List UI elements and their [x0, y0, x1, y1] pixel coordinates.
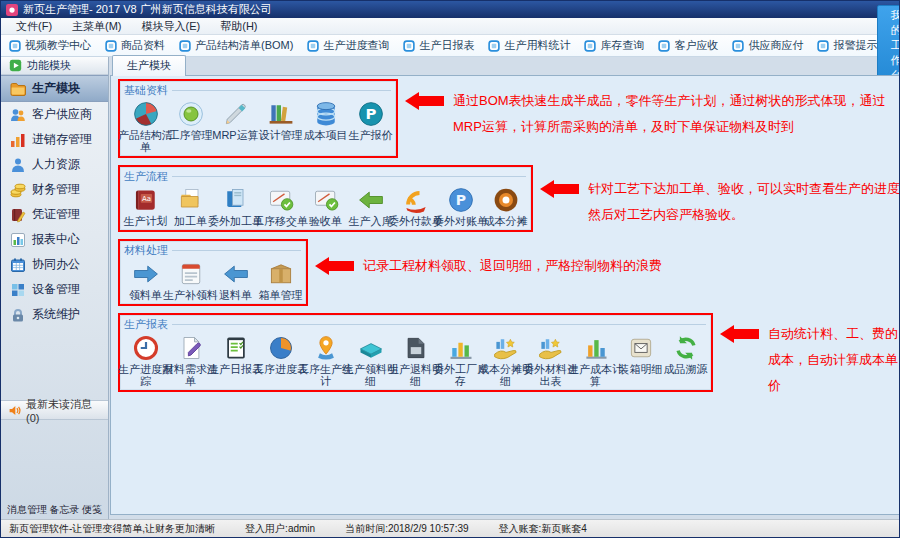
play-icon [9, 59, 22, 72]
report-chart-icon [10, 232, 26, 248]
section-title: 生产报表 [124, 317, 168, 332]
sidebar-item[interactable]: 进销存管理 [1, 127, 108, 152]
sidebar-item[interactable]: 系统维护 [1, 302, 108, 327]
red-arrow-left-icon [315, 257, 354, 275]
feature-item[interactable]: 成本项目 [303, 100, 348, 153]
main-area: 生产模块 基础资料产品结构清单工序管理MRP运算设计管理成本项目P生产报价通过B… [109, 57, 900, 519]
checkbox-icon [488, 40, 500, 52]
menu-item[interactable]: 帮助(H) [211, 18, 266, 35]
status-account: 登入账套:新页账套4 [499, 522, 587, 536]
app-window: 新页生产管理- 2017 V8 广州新页信息科技有限公司 文件(F)主菜单(M)… [0, 0, 900, 538]
toolbar-item[interactable]: 库存查询 [584, 38, 644, 53]
menu-item[interactable]: 文件(F) [7, 18, 61, 35]
annotation-text: 针对工艺下达加工单、验收，可以实时查看生产的进度，然后对工艺内容严格验收。 [588, 176, 900, 228]
window-title: 新页生产管理- 2017 V8 广州新页信息科技有限公司 [23, 2, 272, 17]
section-row: 基础资料产品结构清单工序管理MRP运算设计管理成本项目P生产报价通过BOM表快速… [118, 79, 900, 158]
annotation-text: 记录工程材料领取、退回明细，严格控制物料的浪费 [363, 253, 793, 279]
carton-box-icon [267, 260, 295, 288]
sidebar-item[interactable]: 凭证管理 [1, 202, 108, 227]
toolbar-item-label: 客户应收 [674, 38, 718, 53]
feature-item-label: 成品溯源 [657, 363, 715, 375]
checkbox-icon [658, 40, 670, 52]
annotation: 记录工程材料领取、退回明细，严格控制物料的浪费 [308, 253, 793, 279]
toolbar-item[interactable]: 供应商应付 [732, 38, 803, 53]
content-area: 基础资料产品结构清单工序管理MRP运算设计管理成本项目P生产报价通过BOM表快速… [110, 76, 900, 515]
sidebar-item[interactable]: 人力资源 [1, 152, 108, 177]
toolbar-item[interactable]: 生产用料统计 [488, 38, 570, 53]
feature-item[interactable]: 设计管理 [258, 100, 303, 153]
tab-production-module[interactable]: 生产模块 [112, 55, 186, 76]
progress-clock-icon [132, 334, 160, 362]
section-box: 生产流程Aa生产计划加工单委外加工单工序移交单验收单生产入库委外付款单P委外对账… [118, 165, 533, 232]
office-calendar-icon [10, 257, 26, 273]
feature-item[interactable]: 工序管理 [168, 100, 213, 153]
toolbar-item[interactable]: 商品资料 [105, 38, 165, 53]
sidebar-item[interactable]: 协同办公 [1, 252, 108, 277]
tabstrip: 生产模块 [110, 57, 900, 76]
sidebar-footer-link[interactable]: 消息管理 [7, 503, 47, 517]
sidebar-item[interactable]: 财务管理 [1, 177, 108, 202]
section-title-row: 基础资料 [120, 81, 396, 98]
checkbox-icon [179, 40, 191, 52]
feature-item[interactable]: 成本分摊 [483, 186, 528, 227]
feature-item[interactable]: 成品溯源 [663, 334, 708, 387]
payment-rss-icon [402, 186, 430, 214]
acceptance-form-icon [312, 186, 340, 214]
sidebar-item-label: 客户供应商 [32, 106, 92, 123]
section-title: 基础资料 [124, 83, 168, 98]
process-stat-pin-icon [312, 334, 340, 362]
arrow-head [315, 257, 329, 275]
toolbar-item[interactable]: 生产进度查询 [307, 38, 389, 53]
sidebar-item[interactable]: 报表中心 [1, 227, 108, 252]
sidebar-footer-link[interactable]: 备忘录 [50, 503, 80, 517]
toolbar-item-label: 供应商应付 [748, 38, 803, 53]
cost-share-hand-icon [492, 334, 520, 362]
toolbar-item[interactable]: 生产日报表 [403, 38, 474, 53]
unread-messages-bar[interactable]: 最新未读消息 (0) [1, 400, 108, 420]
toolbar-item[interactable]: 客户应收 [658, 38, 718, 53]
sidebar-item[interactable]: 设备管理 [1, 277, 108, 302]
feature-item[interactable]: MRP运算 [213, 100, 258, 153]
statusbar: 新页管理软件-让管理变得简单,让财务更加清晰 登入用户:admin 当前时间:2… [1, 519, 899, 537]
toolbar-item-label: 库存查询 [600, 38, 644, 53]
equipment-icon [10, 282, 26, 298]
menu-item[interactable]: 模块导入(E) [133, 18, 210, 35]
feature-item[interactable]: P生产报价 [348, 100, 393, 153]
toolbar-item[interactable]: 产品结构清单(BOM) [179, 38, 293, 53]
section-box: 生产报表生产进度跟踪材料需求清单生产日报表工序进度表工序生产统计生产领料明细生产… [118, 313, 713, 392]
arrow-shaft [734, 329, 759, 339]
feature-item[interactable]: 材料需求清单 [168, 334, 213, 387]
feature-item[interactable]: 生产成本计算 [573, 334, 618, 387]
packing-detail-icon [627, 334, 655, 362]
outsource-material-hand-icon [537, 334, 565, 362]
feature-item[interactable]: 生产日报表 [213, 334, 258, 387]
sidebar-footer-link[interactable]: 便笺 [82, 503, 102, 517]
annotation-text: 通过BOM表快速生成半成品，零件等生产计划，通过树状的形式体现，通过MRP运算，… [453, 88, 895, 140]
arrow-head [540, 180, 554, 198]
bom-pie-icon [132, 100, 160, 128]
section-row: 材料处理领料单生产补领料退料单箱单管理记录工程材料领取、退回明细，严格控制物料的… [118, 239, 900, 306]
section-icons: Aa生产计划加工单委外加工单工序移交单验收单生产入库委外付款单P委外对账单成本分… [120, 184, 531, 230]
customers-icon [10, 107, 26, 123]
toolbar-item-label: 生产日报表 [419, 38, 474, 53]
menu-item[interactable]: 主菜单(M) [63, 18, 131, 35]
sidebar-item-label: 报表中心 [32, 231, 80, 248]
toolbar-item[interactable]: 视频教学中心 [9, 38, 91, 53]
red-arrow-left-icon [720, 325, 759, 343]
outsource-stock-bars-icon [447, 334, 475, 362]
section-title-row: 生产报表 [120, 315, 711, 332]
checkbox-icon [403, 40, 415, 52]
section-box: 材料处理领料单生产补领料退料单箱单管理 [118, 239, 308, 306]
toolbar-item[interactable]: 报警提示 [817, 38, 877, 53]
material-out-arrow-icon [132, 260, 160, 288]
maintenance-lock-icon [10, 307, 26, 323]
feature-item[interactable]: 装箱明细 [618, 334, 663, 387]
process-orb-icon [177, 100, 205, 128]
toolbar-item-label: 报警提示 [833, 38, 877, 53]
toolbar-item-label: 商品资料 [121, 38, 165, 53]
feature-item[interactable]: 产品结构清单 [123, 100, 168, 153]
sidebar-item[interactable]: 生产模块 [1, 75, 108, 102]
sidebar-item[interactable]: 客户供应商 [1, 102, 108, 127]
section-icons: 产品结构清单工序管理MRP运算设计管理成本项目P生产报价 [120, 98, 396, 156]
feature-item[interactable]: 箱单管理 [258, 260, 303, 301]
